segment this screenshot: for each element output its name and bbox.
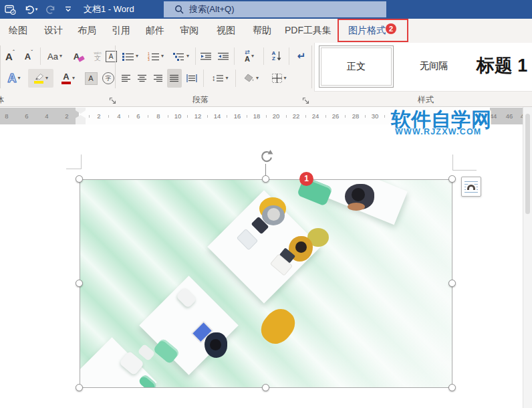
ruler-number: 22 xyxy=(291,112,301,120)
ruler-number: 30 xyxy=(370,112,380,120)
grow-font-button[interactable]: Aˆ xyxy=(1,47,19,66)
increase-indent-button[interactable] xyxy=(215,47,231,66)
ruler-number: 6 xyxy=(25,112,28,120)
shrink-font-button[interactable]: Aˇ xyxy=(20,47,37,66)
clear-formatting-button[interactable]: A xyxy=(70,47,88,66)
customize-quick-access-icon[interactable] xyxy=(61,2,75,17)
ruler-number: 26 xyxy=(331,112,341,120)
highlight-color-bar xyxy=(34,81,43,84)
numbering-button[interactable]: 1 2 3 ▾ xyxy=(144,47,167,66)
show-hide-marks-button[interactable]: ↵ xyxy=(293,47,310,66)
style-no-spacing[interactable]: 无间隔 xyxy=(400,45,467,86)
style-normal[interactable]: 正文 xyxy=(319,45,394,88)
resize-handle-bottom-left[interactable] xyxy=(76,384,83,391)
undo-button[interactable]: ▾ xyxy=(21,2,40,17)
bullets-icon xyxy=(122,52,134,61)
redo-button xyxy=(43,2,59,17)
align-left-button[interactable] xyxy=(119,69,134,88)
multilevel-list-button[interactable]: ▾ xyxy=(170,47,192,66)
resize-handle-middle-left[interactable] xyxy=(76,280,83,287)
separator xyxy=(263,47,264,65)
search-icon xyxy=(174,5,184,14)
distribute-button[interactable] xyxy=(183,69,201,88)
search-placeholder: 搜索(Alt+Q) xyxy=(189,3,235,15)
resize-handle-middle-right[interactable] xyxy=(448,280,456,287)
tab-draw[interactable]: 绘图 xyxy=(9,19,27,42)
photo-person-head xyxy=(352,188,365,201)
character-shading-button[interactable]: A xyxy=(83,69,99,88)
margin-corner-mark xyxy=(452,155,453,171)
site-watermark-url: WWW.RJZXW.COM xyxy=(395,127,481,136)
photo-person-head xyxy=(210,339,221,350)
asian-layout-button[interactable]: ⇄A ▾ xyxy=(237,47,262,66)
svg-text:3: 3 xyxy=(148,58,150,61)
align-right-button[interactable] xyxy=(151,69,166,88)
text-highlight-color-button[interactable]: ▾ xyxy=(28,69,53,88)
ruler-number: 16 xyxy=(233,112,243,120)
line-spacing-button[interactable]: ↕ ▾ xyxy=(207,69,233,88)
separator xyxy=(289,47,289,65)
undo-chevron-icon[interactable]: ▾ xyxy=(35,7,38,12)
paint-bucket-icon xyxy=(244,74,255,83)
ruler-number: 8 xyxy=(155,112,161,120)
ruler-number: 46 xyxy=(506,112,513,120)
character-border-button[interactable]: A xyxy=(104,47,118,66)
tab-design[interactable]: 设计 xyxy=(44,19,63,42)
resize-handle-bottom-center[interactable] xyxy=(262,384,269,391)
separator xyxy=(203,70,204,87)
tab-picture-format[interactable]: 图片格式 xyxy=(348,19,386,42)
paragraph-group-label: 段落 xyxy=(192,94,209,106)
layout-options-button[interactable] xyxy=(461,177,481,197)
sort-button[interactable]: A Z xyxy=(267,47,287,66)
font-dialog-launcher[interactable] xyxy=(109,96,117,104)
resize-handle-top-left[interactable] xyxy=(76,175,83,183)
ruler-number: 28 xyxy=(351,112,361,120)
annotation-step-badge-1: 1 xyxy=(299,172,313,186)
change-case-button[interactable]: Aa▾ xyxy=(43,47,67,66)
tab-view[interactable]: 视图 xyxy=(217,19,235,42)
ruler-number: 12 xyxy=(193,112,203,120)
tab-help[interactable]: 帮助 xyxy=(253,19,271,42)
multilevel-list-icon xyxy=(173,52,185,61)
align-center-button[interactable] xyxy=(135,69,150,88)
enclose-characters-button[interactable]: 字 xyxy=(101,69,116,88)
bullets-button[interactable]: ▾ xyxy=(119,47,142,66)
tab-references[interactable]: 引用 xyxy=(112,19,130,42)
resize-handle-top-center[interactable] xyxy=(262,175,269,183)
layout-options-icon xyxy=(464,181,478,193)
justify-button[interactable] xyxy=(167,69,182,88)
document-image[interactable] xyxy=(80,179,452,388)
separator xyxy=(235,70,236,87)
scrollbar-thumb[interactable] xyxy=(525,114,530,214)
ruler-number: 14 xyxy=(213,112,223,120)
tab-pdf-tools[interactable]: PDF工具集 xyxy=(285,19,331,42)
tab-layout[interactable]: 布局 xyxy=(78,19,96,42)
photo-person-arm xyxy=(348,203,365,211)
margin-corner-mark xyxy=(66,169,82,169)
search-input[interactable]: 搜索(Alt+Q) xyxy=(164,1,386,17)
vertical-scrollbar[interactable] xyxy=(523,107,532,408)
increase-indent-icon xyxy=(218,52,229,60)
ruler-number: 10 xyxy=(173,112,183,120)
ruler-number: 2 xyxy=(96,112,102,120)
borders-button[interactable]: ▾ xyxy=(267,69,291,88)
group-separator xyxy=(0,45,1,88)
decrease-indent-button[interactable] xyxy=(198,47,214,66)
paragraph-dialog-launcher[interactable] xyxy=(302,96,310,104)
shading-button[interactable]: ▾ xyxy=(239,69,263,88)
photo-person-head xyxy=(267,208,280,221)
font-color-button[interactable]: A ▾ xyxy=(56,69,80,88)
window-title: 文档1 - Word xyxy=(84,0,134,19)
separator xyxy=(195,47,196,65)
style-heading-1[interactable]: 标题 1 xyxy=(471,43,532,88)
separator xyxy=(234,47,235,65)
tab-mailings[interactable]: 邮件 xyxy=(146,19,164,42)
separator xyxy=(40,47,41,65)
text-effects-button[interactable]: A▾ xyxy=(3,69,25,88)
borders-grid-icon xyxy=(272,74,282,83)
resize-handle-top-right[interactable] xyxy=(448,175,456,183)
save-icon[interactable] xyxy=(3,2,17,17)
tab-review[interactable]: 审阅 xyxy=(180,19,198,42)
resize-handle-bottom-right[interactable] xyxy=(448,384,456,391)
rotate-handle[interactable] xyxy=(258,148,275,167)
